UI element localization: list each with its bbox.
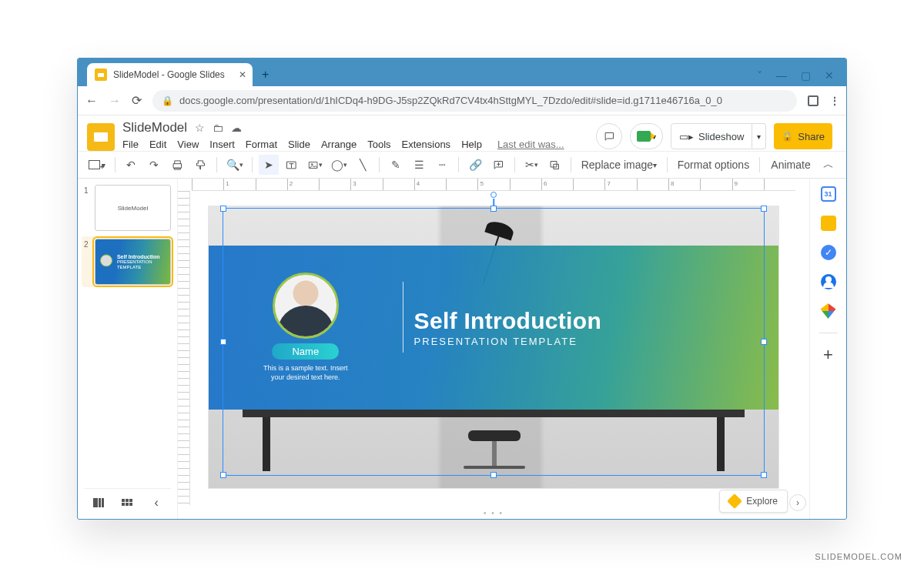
present-icon: ▭▸ bbox=[679, 131, 694, 142]
menu-insert[interactable]: Insert bbox=[209, 139, 235, 150]
rotate-handle[interactable] bbox=[490, 192, 497, 198]
crop-button[interactable]: ✂▾ bbox=[521, 155, 541, 175]
menu-arrange[interactable]: Arrange bbox=[321, 139, 357, 150]
menu-slide[interactable]: Slide bbox=[288, 139, 310, 150]
window-minimize-button[interactable]: — bbox=[776, 69, 787, 82]
thumb-preview-1[interactable]: SlideModel bbox=[95, 185, 171, 231]
ruler-horizontal: 123456789 bbox=[192, 179, 795, 191]
tab-close-icon[interactable]: ✕ bbox=[239, 69, 246, 80]
mask-button[interactable] bbox=[544, 155, 564, 175]
workspace: 1 SlideModel 2 Self IntroductionPRESENTA… bbox=[78, 179, 846, 519]
window-close-button[interactable]: ✕ bbox=[825, 69, 834, 82]
menu-file[interactable]: File bbox=[122, 139, 139, 150]
thumb-number: 2 bbox=[84, 239, 90, 249]
textbox-button[interactable] bbox=[282, 155, 302, 175]
select-tool[interactable]: ➤ bbox=[259, 155, 279, 175]
slides-logo-icon[interactable] bbox=[87, 123, 115, 151]
filmstrip-view-icon[interactable] bbox=[91, 497, 106, 508]
maps-icon[interactable] bbox=[821, 303, 836, 319]
line-button[interactable]: ╲ bbox=[353, 155, 373, 175]
window-minimize-icon[interactable]: ˅ bbox=[757, 69, 762, 82]
shape-button[interactable]: ◯▾ bbox=[329, 155, 350, 175]
line-dash-button[interactable]: ┄ bbox=[432, 155, 452, 175]
svg-rect-4 bbox=[554, 164, 558, 169]
comments-icon[interactable] bbox=[596, 123, 622, 149]
resize-handle[interactable] bbox=[220, 206, 226, 212]
share-button[interactable]: 🔒 Share bbox=[774, 123, 832, 149]
line-weight-button[interactable]: ☰ bbox=[409, 155, 429, 175]
menu-tools[interactable]: Tools bbox=[367, 139, 390, 150]
google-side-panel: + bbox=[809, 179, 846, 519]
thumbnail-1[interactable]: 1 SlideModel bbox=[84, 185, 171, 231]
link-button[interactable]: 🔗 bbox=[465, 155, 485, 175]
explore-icon bbox=[727, 493, 742, 509]
animate-button[interactable]: Animate bbox=[766, 155, 815, 175]
meet-button[interactable]: ▾ bbox=[630, 123, 663, 149]
resize-handle[interactable] bbox=[761, 339, 767, 345]
slide-stage[interactable]: Name This is a sample text. Insertyour d… bbox=[209, 206, 778, 488]
menu-edit[interactable]: Edit bbox=[149, 139, 166, 150]
star-icon[interactable]: ☆ bbox=[195, 122, 205, 134]
slideshow-label: Slideshow bbox=[698, 131, 744, 142]
reload-button[interactable]: ⟳ bbox=[132, 93, 142, 108]
resize-handle[interactable] bbox=[490, 472, 497, 478]
zoom-button[interactable]: 🔍▾ bbox=[223, 155, 246, 175]
print-button[interactable] bbox=[167, 155, 187, 175]
thumbnail-2[interactable]: 2 Self IntroductionPRESENTATION TEMPLATE bbox=[82, 236, 173, 287]
thumbnail-panel: 1 SlideModel 2 Self IntroductionPRESENTA… bbox=[78, 179, 178, 519]
address-bar[interactable]: 🔒 docs.google.com/presentation/d/1hICDq4… bbox=[152, 90, 797, 112]
addons-plus-icon[interactable]: + bbox=[821, 347, 836, 363]
toolbar: ▾ ↶ ↷ 🔍▾ ➤ ▾ ◯▾ ╲ ✎ ☰ ┄ 🔗 ✂▾ Replace ima… bbox=[78, 151, 846, 179]
resize-handle[interactable] bbox=[761, 206, 767, 212]
pen-color-button[interactable]: ✎ bbox=[386, 155, 406, 175]
menu-bar: File Edit View Insert Format Slide Arran… bbox=[122, 139, 588, 150]
image-button[interactable]: ▾ bbox=[305, 155, 326, 175]
slideshow-button[interactable]: ▭▸ Slideshow bbox=[671, 123, 752, 149]
undo-button[interactable]: ↶ bbox=[121, 155, 141, 175]
forward-button[interactable]: → bbox=[109, 94, 121, 108]
replace-image-button[interactable]: Replace image ▾ bbox=[578, 155, 661, 175]
menu-view[interactable]: View bbox=[177, 139, 199, 150]
paint-format-button[interactable] bbox=[190, 155, 210, 175]
slide-canvas[interactable]: 123456789 Name This is a sample text. In… bbox=[178, 179, 809, 519]
toolbar-collapse-icon[interactable]: ︿ bbox=[819, 155, 839, 175]
browser-menu-icon[interactable]: ⋮ bbox=[829, 95, 839, 107]
panel-collapse-icon[interactable]: ‹ bbox=[149, 497, 164, 508]
resize-handle[interactable] bbox=[220, 339, 226, 345]
back-button[interactable]: ← bbox=[85, 94, 98, 108]
menu-format[interactable]: Format bbox=[246, 139, 277, 150]
explore-label: Explore bbox=[746, 496, 778, 507]
thumbnail-view-switch: ‹ bbox=[84, 488, 171, 516]
explore-button[interactable]: Explore bbox=[719, 490, 788, 513]
menu-extensions[interactable]: Extensions bbox=[402, 139, 451, 150]
menu-help[interactable]: Help bbox=[461, 139, 482, 150]
resize-handle[interactable] bbox=[761, 472, 767, 478]
selection-outline[interactable] bbox=[223, 208, 765, 476]
keep-icon[interactable] bbox=[821, 216, 836, 231]
tasks-icon[interactable] bbox=[821, 245, 836, 260]
window-maximize-button[interactable]: ▢ bbox=[801, 69, 811, 82]
grid-view-icon[interactable] bbox=[119, 497, 135, 508]
sidepanel-toggle-icon[interactable]: › bbox=[789, 494, 806, 511]
slideshow-dropdown[interactable]: ▾ bbox=[752, 123, 766, 149]
new-tab-button[interactable]: + bbox=[256, 65, 276, 85]
resize-handle[interactable] bbox=[220, 472, 226, 478]
contacts-icon[interactable] bbox=[821, 274, 836, 289]
last-edit-link[interactable]: Last edit was... bbox=[497, 139, 564, 150]
extensions-icon[interactable] bbox=[808, 95, 819, 106]
browser-tab-active[interactable]: SlideModel - Google Slides ✕ bbox=[87, 63, 253, 86]
new-slide-button[interactable]: ▾ bbox=[85, 155, 109, 175]
comment-add-button[interactable] bbox=[488, 155, 508, 175]
ruler-vertical bbox=[178, 191, 190, 505]
format-options-button[interactable]: Format options bbox=[674, 155, 753, 175]
thumb-preview-2[interactable]: Self IntroductionPRESENTATION TEMPLATE bbox=[95, 239, 171, 285]
slides-favicon bbox=[95, 69, 107, 81]
browser-toolbar: ← → ⟳ 🔒 docs.google.com/presentation/d/1… bbox=[78, 86, 846, 115]
calendar-icon[interactable] bbox=[821, 186, 836, 202]
redo-button[interactable]: ↷ bbox=[144, 155, 164, 175]
move-icon[interactable]: 🗀 bbox=[213, 122, 223, 134]
document-title[interactable]: SlideModel bbox=[122, 120, 187, 135]
speaker-notes-handle[interactable]: • • • bbox=[484, 509, 504, 517]
resize-handle[interactable] bbox=[490, 206, 497, 212]
cloud-status-icon[interactable]: ☁ bbox=[231, 122, 242, 134]
